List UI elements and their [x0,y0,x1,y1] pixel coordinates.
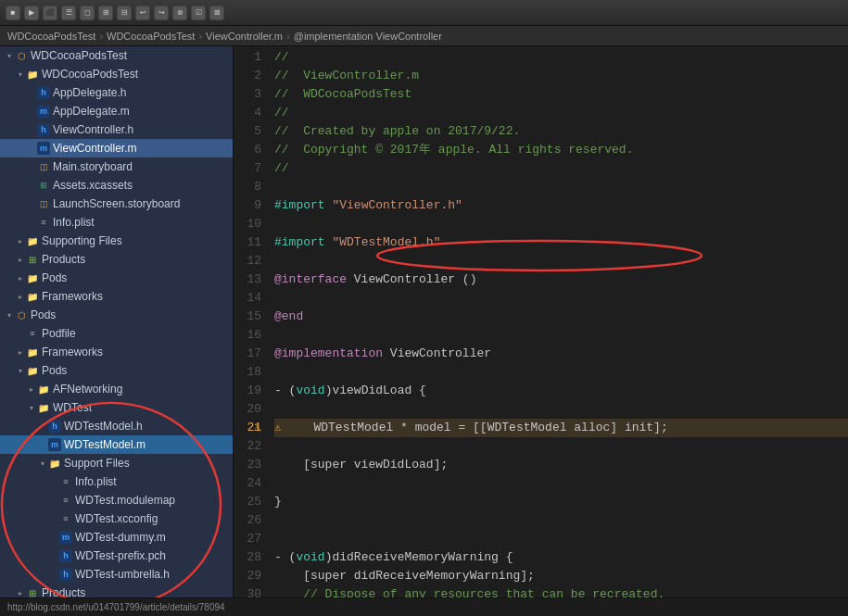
sidebar-item-file-xcassets[interactable]: ⊞Assets.xcassets [0,176,233,195]
tree-arrow-file-prefix-pch[interactable] [48,550,59,561]
tree-label-group-products: Products [42,253,85,266]
sidebar-item-group-wdcocoa[interactable]: ▾📁WDCocoaPodsTest [0,65,233,83]
line-number-3: 3 [234,85,261,104]
sidebar-item-group-afnetworking[interactable]: ▸📁AFNetworking [0,380,233,398]
breadcrumb-item-3[interactable]: ViewController.m [206,31,283,42]
toolbar-btn-7[interactable]: ⊟ [117,6,132,20]
sidebar-item-root-pods[interactable]: ▾⬡Pods [0,306,233,324]
line-number-12: 12 [234,252,261,270]
code-token: @interface [274,270,347,289]
toolbar-btn-3[interactable]: ⬛ [43,6,57,20]
sidebar-item-file-appdelegate-m[interactable]: mAppDelegate.m [0,102,233,120]
sidebar-item-file-modulemap[interactable]: ≡WDTest.modulemap [0,491,233,509]
sidebar-item-file-viewcontroller-m[interactable]: mViewController.m [0,139,233,157]
sidebar-item-group-products2[interactable]: ▸⊞Products [0,584,233,597]
toolbar-btn-11[interactable]: ☑ [191,6,206,20]
tree-icon-file-wdtestmodel-h: h [48,420,61,433]
tree-arrow-file-mainstoryboard[interactable] [26,161,37,172]
tree-arrow-group-wdcocoa[interactable]: ▾ [15,69,26,80]
code-token: // Dispose of any resources that can be … [274,585,664,597]
sidebar-item-file-podfile[interactable]: ≡Podfile [0,324,233,343]
sidebar-item-file-umbrella-h[interactable]: hWDTest-umbrella.h [0,565,233,584]
tree-arrow-file-appdelegate-h[interactable] [26,87,37,98]
tree-label-file-info-plist: Info.plist [53,216,95,229]
tree-arrow-file-info-plist2[interactable] [48,476,59,487]
toolbar-btn-12[interactable]: ⊠ [209,6,224,20]
toolbar-btn-1[interactable]: ■ [6,6,20,20]
code-line-22 [274,437,848,456]
code-scroll[interactable]: 1234567891011121314151617181920212223242… [234,46,848,597]
tree-arrow-file-wdtestmodel-m[interactable] [37,439,48,450]
tree-arrow-file-modulemap[interactable] [48,495,59,506]
sidebar-item-file-viewcontroller-h[interactable]: hViewController.h [0,120,233,139]
tree-arrow-file-appdelegate-m[interactable] [26,106,37,117]
tree-arrow-group-supporting[interactable]: ▸ [15,235,26,246]
tree-label-file-xcassets: Assets.xcassets [53,179,133,192]
toolbar-btn-6[interactable]: ⊞ [98,6,113,20]
toolbar-btn-4[interactable]: ☰ [61,6,76,20]
sidebar-item-group-pods[interactable]: ▸📁Pods [0,269,233,287]
tree-arrow-group-pods-pods[interactable]: ▾ [15,365,26,376]
tree-label-file-info-plist2: Info.plist [75,475,117,488]
tree-arrow-file-launchscreen[interactable] [26,198,37,209]
sidebar-item-file-xcconfig[interactable]: ≡WDTest.xcconfig [0,509,233,528]
sidebar-item-root-project[interactable]: ▾⬡WDCocoaPodsTest [0,46,233,65]
sidebar-item-file-wdtestmodel-h[interactable]: hWDTestModel.h [0,417,233,435]
status-bar: http://blog.csdn.net/u014701799/article/… [0,597,848,616]
tree-arrow-root-pods[interactable]: ▾ [4,309,15,321]
tree-arrow-file-xcconfig[interactable] [48,513,59,524]
tree-arrow-root-project[interactable]: ▾ [4,50,15,61]
sidebar-item-file-prefix-pch[interactable]: hWDTest-prefix.pch [0,547,233,565]
tree-arrow-file-info-plist[interactable] [26,217,37,228]
sidebar-item-file-dummy-m[interactable]: mWDTest-dummy.m [0,528,233,547]
tree-icon-group-products2: ⊞ [26,586,39,597]
sidebar-item-file-launchscreen[interactable]: ◫LaunchScreen.storyboard [0,195,233,213]
toolbar-btn-9[interactable]: ↪ [154,6,169,20]
toolbar-btn-10[interactable]: ⊗ [172,6,187,20]
toolbar-btn-5[interactable]: ◻ [80,6,95,20]
sidebar-item-group-supporting[interactable]: ▸📁Supporting Files [0,232,233,250]
sidebar-item-group-pods-pods[interactable]: ▾📁Pods [0,361,233,380]
tree-arrow-group-pods-frameworks[interactable]: ▸ [15,346,26,358]
toolbar-btn-8[interactable]: ↩ [135,6,150,20]
tree-arrow-file-dummy-m[interactable] [48,532,59,543]
tree-arrow-group-products[interactable]: ▸ [15,254,26,265]
tree-label-file-mainstoryboard: Main.storyboard [53,160,133,173]
sidebar-item-file-appdelegate-h[interactable]: hAppDelegate.h [0,83,233,102]
tree-arrow-group-support-files[interactable]: ▾ [37,458,48,469]
tree-arrow-file-xcassets[interactable] [26,180,37,191]
sidebar-item-file-info-plist[interactable]: ≡Info.plist [0,213,233,232]
toolbar-btn-2[interactable]: ▶ [24,6,39,20]
tree-arrow-file-viewcontroller-m[interactable] [26,143,37,154]
breadcrumb-item-1[interactable]: WDCocoaPodsTest [7,31,95,42]
tree-arrow-group-pods[interactable]: ▸ [15,272,26,283]
tree-arrow-file-umbrella-h[interactable] [48,569,59,580]
sidebar-item-group-wdtest[interactable]: ▾📁WDTest [0,398,233,417]
code-token: #import [274,233,332,252]
sidebar-item-file-mainstoryboard[interactable]: ◫Main.storyboard [0,157,233,176]
tree-arrow-group-products2[interactable]: ▸ [15,587,26,597]
breadcrumb-item-4[interactable]: @implementation ViewController [294,31,442,42]
sidebar-item-file-wdtestmodel-m[interactable]: mWDTestModel.m [0,435,233,454]
line-number-11: 11 [234,233,261,252]
line-number-2: 2 [234,67,261,85]
breadcrumb-sep-2: › [198,31,202,42]
tree-label-group-support-files: Support Files [64,457,130,470]
sidebar-item-group-support-files[interactable]: ▾📁Support Files [0,454,233,472]
tree-arrow-group-frameworks[interactable]: ▸ [15,291,26,302]
breadcrumb-item-2[interactable]: WDCocoaPodsTest [107,31,195,42]
tree-arrow-group-wdtest[interactable]: ▾ [26,402,37,413]
tree-arrow-file-wdtestmodel-h[interactable] [37,421,48,432]
code-token: // WDCocoaPodsTest [274,85,411,104]
sidebar-item-group-pods-frameworks[interactable]: ▸📁Frameworks [0,343,233,361]
tree-arrow-file-podfile[interactable] [15,328,26,339]
tree-arrow-group-afnetworking[interactable]: ▸ [26,383,37,395]
sidebar-item-group-products[interactable]: ▸⊞Products [0,250,233,269]
line-number-14: 14 [234,289,261,308]
tree-icon-file-prefix-pch: h [59,549,72,562]
tree-icon-file-podfile: ≡ [26,327,39,340]
sidebar-item-file-info-plist2[interactable]: ≡Info.plist [0,472,233,491]
sidebar-item-group-frameworks[interactable]: ▸📁Frameworks [0,287,233,306]
tree-arrow-file-viewcontroller-h[interactable] [26,124,37,135]
code-line-13: @interface ViewController () [274,270,848,289]
